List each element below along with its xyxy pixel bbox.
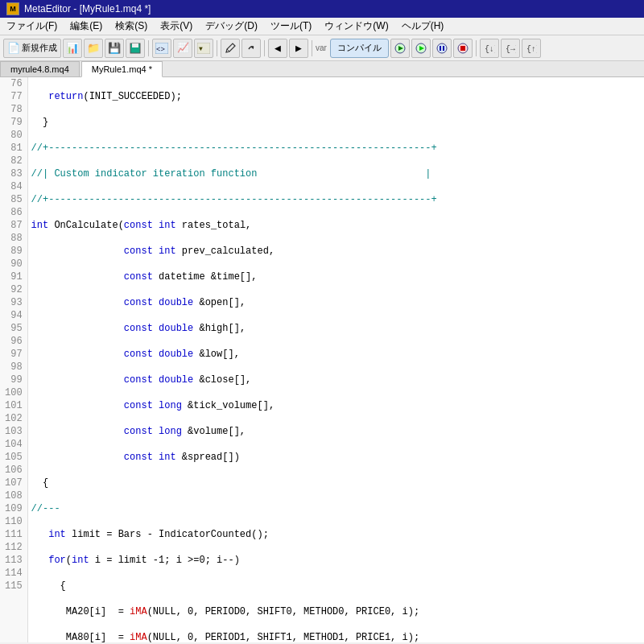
svg-rect-18 [460,46,465,51]
compile-button[interactable]: コンパイル [330,39,389,58]
svg-text:{↓}: {↓} [485,45,495,54]
menu-view[interactable]: 表示(V) [154,18,199,35]
var-label: var [316,43,327,52]
menu-window[interactable]: ウィンドウ(W) [318,18,394,35]
svg-text:<>: <> [156,46,165,54]
separator-2 [217,40,217,56]
step-over-button[interactable]: {→} [501,39,520,58]
svg-text:{↑}: {↑} [526,45,537,54]
code-85: const double &high[], [31,322,641,335]
separator-5 [476,40,477,56]
tab-myrule1[interactable]: MyRule1.mq4 * [81,61,163,77]
code-80: //+-------------------------------------… [31,193,641,206]
svg-text:▼: ▼ [199,45,203,52]
stop-button[interactable] [453,39,473,58]
code-93: int limit = Bars - IndicatorCounted(); [31,528,641,541]
step-out-button[interactable]: {↑} [522,39,541,58]
toolbar: 📄 新規作成 📊 📁 💾 <> 📈 ▼ ◀ ▶ var コンパイル [0,35,644,61]
svg-rect-2 [133,49,138,52]
code-77: } [31,116,641,129]
svg-rect-16 [443,46,444,51]
tab-myrule48[interactable]: myrule4.8.mq4 [0,61,80,76]
code-92: //--- [31,502,641,515]
svg-line-8 [227,49,229,52]
save-all-button[interactable] [126,39,145,58]
code-91: { [31,477,641,489]
code-81: int OnCalculate(const int rates_total, [31,219,641,232]
separator-4 [312,40,312,56]
menu-edit[interactable]: 編集(E) [64,18,109,35]
code-97: MA80[i] = iMA(NULL, 0, PERIOD1, SHIFT1, … [31,631,641,642]
code-89: const long &volume[], [31,425,641,438]
code-95: { [31,580,641,592]
code-79: //| Custom indicator iteration function … [31,167,641,180]
code-78: //+-------------------------------------… [31,142,641,155]
menu-debug[interactable]: デバッグ(D) [199,18,264,35]
code-area[interactable]: return(INIT_SUCCEEDED); } //+-----------… [28,77,644,642]
code-90: const int &spread[]) [31,451,641,464]
tabs: myrule4.8.mq4 MyRule1.mq4 * [0,61,644,77]
code-82: const int prev_calculated, [31,245,641,258]
code-96: MA20[i] = iMA(NULL, 0, PERIOD0, SHIFT0, … [31,605,641,618]
separator-1 [148,40,149,56]
menu-file[interactable]: ファイル(F) [0,18,64,35]
step-into-button[interactable]: {↓} [480,39,499,58]
line-numbers: 7677787980 8182838485 8687888990 9192939… [0,77,28,642]
menu-bar: ファイル(F) 編集(E) 検索(S) 表示(V) デバッグ(D) ツール(T)… [0,18,644,35]
forward-button[interactable]: ▶ [289,39,308,58]
code-86: const double &low[], [31,348,641,361]
new-button[interactable]: 📄 新規作成 [3,39,61,58]
svg-marker-7 [226,43,235,52]
pause-button[interactable] [432,39,452,58]
code-94: for(int i = limit -1; i >=0; i--) [31,554,641,567]
code-87: const double &close[], [31,374,641,386]
icon-btn-1[interactable]: 📊 [63,39,82,58]
code-84: const double &open[], [31,296,641,309]
new-icon: 📄 [7,42,20,54]
separator-3 [264,40,265,56]
menu-tools[interactable]: ツール(T) [264,18,318,35]
svg-rect-1 [132,43,138,47]
pencil-button[interactable] [221,39,240,58]
svg-rect-15 [440,46,441,51]
code-view-button[interactable]: <> [152,39,171,58]
svg-text:{→}: {→} [506,45,516,54]
svg-point-14 [437,43,447,53]
app-icon: M [6,2,19,15]
run-start-button[interactable] [390,39,410,58]
back-button[interactable]: ◀ [268,39,287,58]
code-88: const long &tick_volume[], [31,399,641,412]
chart-button[interactable]: 📈 [173,39,192,58]
menu-help[interactable]: ヘルプ(H) [395,18,451,35]
editor: 7677787980 8182838485 8687888990 9192939… [0,77,644,642]
open-button[interactable]: 📁 [84,39,103,58]
menu-search[interactable]: 検索(S) [109,18,154,35]
title-text: MetaEditor - [MyRule1.mq4 *] [24,3,151,14]
play-button[interactable] [411,39,431,58]
save-button[interactable]: 💾 [105,39,124,58]
code-76: return(INIT_SUCCEEDED); [31,90,641,103]
title-bar: M MetaEditor - [MyRule1.mq4 *] [0,0,644,18]
code-83: const datetime &time[], [31,270,641,283]
dropdown-button-1[interactable]: ▼ [194,39,213,58]
redo-button[interactable] [242,39,261,58]
